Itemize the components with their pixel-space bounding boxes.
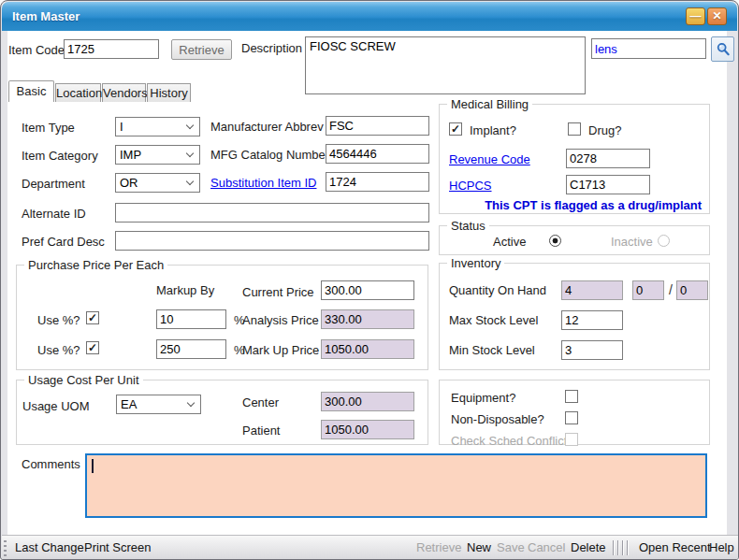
chevron-down-icon bbox=[186, 150, 194, 157]
non-disposable-label: Non-Disposable? bbox=[451, 412, 544, 426]
drug-checkbox[interactable] bbox=[568, 122, 581, 136]
mfg-catalog-number-input[interactable] bbox=[326, 144, 429, 164]
retrieve-statusbar-button[interactable]: Retrieve bbox=[416, 540, 461, 554]
statusbar-separator-icon bbox=[613, 540, 631, 555]
search-icon bbox=[716, 41, 731, 57]
usage-cost-title: Usage Cost Per Unit bbox=[24, 373, 143, 387]
check-sched-conflict-checkbox bbox=[565, 433, 578, 446]
inactive-radio[interactable] bbox=[658, 235, 670, 247]
comments-input[interactable] bbox=[85, 453, 707, 518]
equipment-label: Equipment? bbox=[451, 391, 515, 405]
purchase-price-group: Purchase Price Per Each Markup By Curren… bbox=[16, 265, 428, 370]
pref-card-desc-input[interactable] bbox=[115, 231, 429, 251]
description-input[interactable]: FIOSC SCREW bbox=[305, 36, 586, 94]
inventory-group: Inventory Quantity On Hand / Max Stock L… bbox=[439, 263, 710, 370]
qoh-slash: / bbox=[669, 282, 673, 297]
close-button[interactable]: ✕ bbox=[707, 7, 727, 25]
department-value: OR bbox=[120, 176, 138, 190]
item-code-label: Item Code bbox=[8, 43, 65, 57]
minimize-button[interactable]: — bbox=[686, 7, 705, 25]
inactive-label: Inactive bbox=[611, 235, 653, 249]
tab-locations[interactable]: Locations bbox=[55, 83, 101, 102]
qoh-field-1 bbox=[561, 280, 623, 300]
manufacturer-abbrev-input[interactable] bbox=[326, 116, 429, 136]
print-screen-button[interactable]: Print Screen bbox=[84, 540, 152, 554]
description-label: Description bbox=[241, 41, 302, 55]
pref-card-desc-label: Pref Card Desc bbox=[22, 235, 105, 249]
usage-uom-value: EA bbox=[121, 397, 137, 411]
patient-label: Patient bbox=[242, 424, 280, 438]
alternate-id-input[interactable] bbox=[115, 203, 429, 223]
max-stock-level-label: Max Stock Level bbox=[449, 313, 538, 327]
use-pct-label-2: Use %? bbox=[37, 343, 80, 357]
purchase-price-title: Purchase Price Per Each bbox=[24, 258, 167, 272]
use-pct-label-1: Use %? bbox=[37, 313, 80, 327]
substitution-item-id-link[interactable]: Substitution Item ID bbox=[210, 176, 316, 190]
max-stock-level-input[interactable] bbox=[561, 310, 623, 330]
quantity-on-hand-label: Quantity On Hand bbox=[449, 283, 546, 297]
mark-up-price-label: Mark Up Price bbox=[242, 343, 319, 357]
item-type-label: Item Type bbox=[22, 121, 75, 135]
mfg-catalog-number-label: MFG Catalog Number bbox=[210, 148, 329, 162]
markup-pct-input-2[interactable] bbox=[156, 339, 226, 359]
text-caret bbox=[92, 459, 94, 473]
use-pct-checkbox-2[interactable]: ✓ bbox=[86, 341, 99, 354]
statusbar-grip-icon bbox=[4, 539, 7, 556]
tab-history[interactable]: History bbox=[147, 83, 191, 102]
item-category-label: Item Category bbox=[22, 149, 98, 163]
tab-basic[interactable]: Basic bbox=[8, 80, 54, 102]
department-select[interactable]: OR bbox=[115, 173, 200, 193]
medical-billing-title: Medical Billing bbox=[447, 97, 532, 111]
usage-uom-label: Usage UOM bbox=[22, 399, 90, 413]
current-price-input[interactable] bbox=[321, 280, 414, 300]
chevron-down-icon bbox=[186, 122, 194, 129]
retrieve-button[interactable]: Retrieve bbox=[171, 39, 232, 60]
hcpcs-input[interactable] bbox=[566, 175, 650, 194]
item-category-select[interactable]: IMP bbox=[115, 145, 200, 165]
substitution-item-id-input[interactable] bbox=[326, 172, 429, 192]
item-master-window: Item Master — ✕ Item Code Retrieve Descr… bbox=[0, 0, 739, 560]
item-type-value: I bbox=[120, 120, 123, 134]
help-button[interactable]: Help bbox=[709, 540, 734, 554]
window-title: Item Master bbox=[12, 9, 80, 23]
active-radio[interactable] bbox=[549, 235, 561, 247]
revenue-code-link[interactable]: Revenue Code bbox=[449, 152, 530, 166]
active-label: Active bbox=[493, 235, 526, 249]
use-pct-checkbox-1[interactable]: ✓ bbox=[86, 311, 99, 324]
search-button[interactable] bbox=[711, 36, 734, 62]
revenue-code-input[interactable] bbox=[566, 149, 650, 168]
status-group: Status Active Inactive bbox=[439, 225, 710, 255]
close-icon: ✕ bbox=[712, 9, 721, 22]
equipment-checkbox[interactable] bbox=[565, 390, 578, 403]
search-input[interactable] bbox=[591, 38, 706, 59]
item-code-input[interactable] bbox=[64, 39, 159, 59]
drug-label: Drug? bbox=[588, 123, 621, 137]
delete-button[interactable]: Delete bbox=[571, 540, 606, 554]
open-recent-button[interactable]: Open Recent bbox=[639, 540, 711, 554]
save-button[interactable]: Save bbox=[497, 540, 525, 554]
center-cost-field bbox=[321, 392, 414, 411]
hcpcs-link[interactable]: HCPCS bbox=[449, 179, 492, 193]
title-bar[interactable]: Item Master — ✕ bbox=[2, 2, 737, 31]
qoh-field-3 bbox=[676, 280, 708, 300]
manufacturer-abbrev-label: Manufacturer Abbrev bbox=[210, 120, 324, 134]
qoh-field-2 bbox=[632, 280, 664, 300]
item-type-select[interactable]: I bbox=[115, 117, 200, 136]
implant-label: Implant? bbox=[470, 123, 516, 137]
tab-vendors[interactable]: Vendors bbox=[102, 83, 146, 102]
analysis-price-label: Analysis Price bbox=[242, 313, 319, 327]
cancel-button[interactable]: Cancel bbox=[528, 540, 565, 554]
new-button[interactable]: New bbox=[467, 540, 491, 554]
last-change-button[interactable]: Last Change bbox=[15, 540, 84, 554]
status-bar: Last Change Print Screen Retrieve New Sa… bbox=[2, 535, 739, 560]
non-disposable-checkbox[interactable] bbox=[565, 411, 578, 424]
current-price-label: Current Price bbox=[242, 285, 314, 299]
usage-uom-select[interactable]: EA bbox=[116, 395, 201, 414]
markup-pct-input-1[interactable] bbox=[156, 309, 226, 329]
medical-billing-group: Medical Billing ✓ Implant? Drug? Revenue… bbox=[439, 104, 710, 214]
check-sched-conflict-label: Check Sched Conflict? bbox=[451, 434, 574, 448]
markup-by-label: Markup By bbox=[156, 283, 214, 297]
chevron-down-icon bbox=[186, 178, 194, 185]
implant-checkbox[interactable]: ✓ bbox=[449, 122, 462, 136]
min-stock-level-input[interactable] bbox=[561, 340, 623, 360]
